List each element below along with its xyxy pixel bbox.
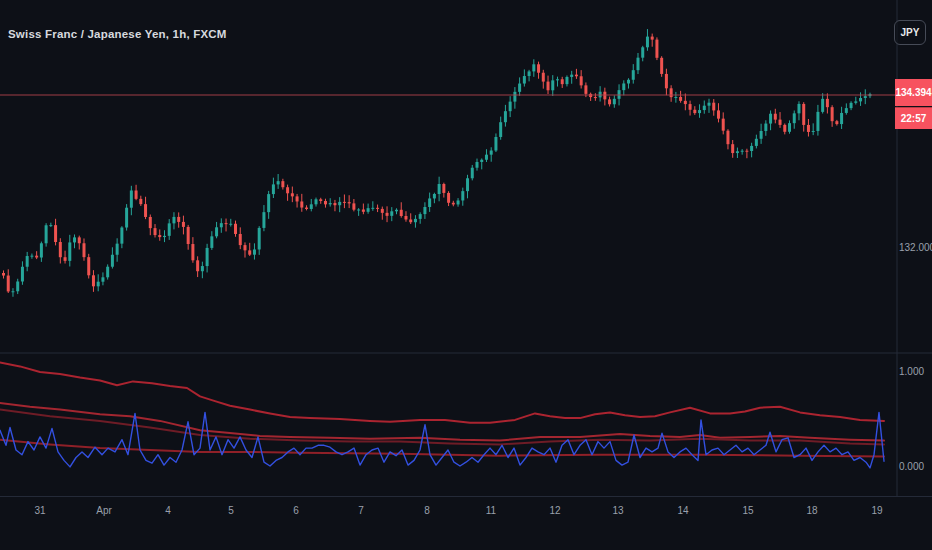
- time-axis-label: 12: [549, 505, 560, 516]
- price-scale-axis[interactable]: 132.0001.0000.000: [898, 0, 932, 496]
- time-axis-label: 14: [677, 505, 688, 516]
- last-price-badge[interactable]: 134.394: [895, 79, 932, 106]
- time-axis-label: 4: [165, 505, 171, 516]
- time-axis-label: 19: [871, 505, 882, 516]
- price-scale-label: 1.000: [899, 366, 924, 377]
- trading-chart-window: Swiss Franc / Japanese Yen, 1h, FXCM JPY…: [0, 0, 932, 550]
- time-axis[interactable]: 31Apr4567811121314151819: [0, 497, 897, 550]
- time-axis-label: 5: [228, 505, 234, 516]
- time-axis-label: 13: [612, 505, 623, 516]
- currency-toggle-button[interactable]: JPY: [894, 20, 926, 45]
- time-axis-label: Apr: [96, 505, 112, 516]
- symbol-title: Swiss Franc / Japanese Yen, 1h, FXCM: [8, 28, 227, 40]
- time-axis-label: 15: [742, 505, 753, 516]
- time-axis-label: 8: [424, 505, 430, 516]
- price-scale-label: 0.000: [899, 461, 924, 472]
- time-axis-label: 18: [806, 505, 817, 516]
- time-axis-label: 11: [486, 505, 496, 516]
- time-axis-label: 31: [34, 505, 45, 516]
- time-axis-label: 6: [293, 505, 299, 516]
- price-scale-label: 132.000: [899, 242, 932, 253]
- chart-canvas[interactable]: [0, 0, 932, 550]
- bar-countdown-badge: 22:57: [895, 107, 932, 129]
- time-axis-label: 7: [358, 505, 364, 516]
